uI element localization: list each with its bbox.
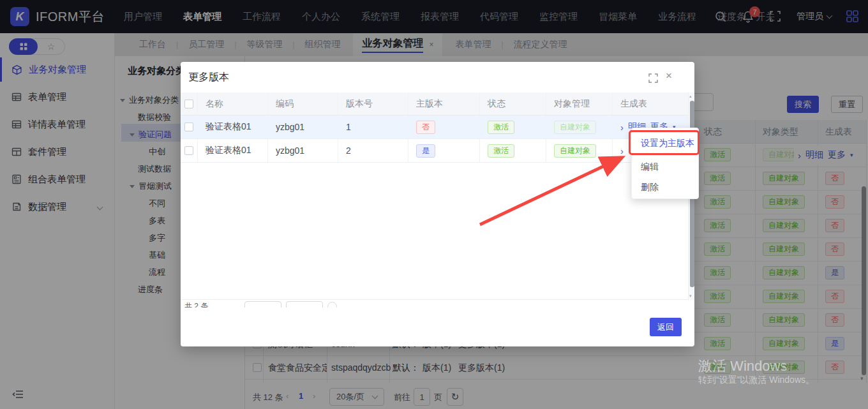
modal-pagination-total: 共 2 条	[184, 301, 208, 308]
code-cell: yzbg01	[268, 115, 338, 138]
modal-title: 更多版本	[188, 71, 229, 84]
modal-refresh-icon[interactable]	[327, 302, 337, 308]
col-header-object-mgmt: 对象管理	[546, 93, 613, 115]
more-versions-modal: 更多版本 × 名称 编码 版本号 主版本 状态 对象管理 生成表 验证表格01 …	[181, 62, 694, 346]
row-checkbox[interactable]	[184, 146, 193, 155]
app-root: K IFORM平台 用户管理 表单管理 工作流程 个人办公 系统管理 报表管理 …	[0, 0, 868, 409]
version-cell: 1	[338, 115, 408, 138]
col-header-code: 编码	[268, 93, 338, 115]
versions-table: 名称 编码 版本号 主版本 状态 对象管理 生成表 验证表格01 yzbg01 …	[181, 93, 688, 163]
return-button[interactable]: 返回	[650, 318, 682, 336]
object-mgmt-badge: 自建对象	[554, 144, 596, 158]
menu-item-delete[interactable]: 删除	[632, 178, 700, 197]
object-mgmt-badge: 自建对象	[554, 121, 596, 134]
name-cell: 验证表格01	[198, 115, 268, 138]
select-all-checkbox[interactable]	[184, 100, 193, 108]
versions-table-header: 名称 编码 版本号 主版本 状态 对象管理 生成表	[181, 93, 688, 115]
scroll-up-icon[interactable]: ▴	[689, 94, 692, 99]
windows-watermark-line2: 转到“设置”以激活 Windows。	[698, 375, 814, 386]
main-version-badge: 是	[416, 144, 435, 158]
main-version-badge: 否	[416, 121, 435, 134]
col-header-status: 状态	[480, 93, 546, 115]
more-actions-dropdown: 设置为主版本 编辑 删除	[631, 128, 699, 199]
col-header-main-version: 主版本	[408, 93, 480, 115]
status-badge: 激活	[488, 121, 514, 134]
expand-row-icon[interactable]: ›	[620, 122, 624, 133]
status-badge: 激活	[488, 144, 514, 158]
modal-pagination-clipped: 共 2 条	[181, 300, 688, 308]
col-header-version: 版本号	[338, 93, 408, 115]
windows-watermark-line1: 激活 Windows	[698, 357, 787, 376]
modal-page-size-select[interactable]	[244, 301, 281, 308]
scroll-down-icon[interactable]: ▾	[689, 294, 692, 299]
col-header-gen-table: 生成表	[613, 93, 688, 115]
col-header-name: 名称	[198, 93, 268, 115]
menu-item-set-main-version[interactable]: 设置为主版本	[632, 132, 700, 155]
modal-goto-input[interactable]	[286, 301, 323, 308]
row-checkbox[interactable]	[184, 123, 193, 131]
close-icon[interactable]: ×	[666, 70, 672, 82]
version-cell: 2	[338, 139, 408, 162]
name-cell: 验证表格01	[198, 139, 268, 162]
menu-item-edit[interactable]: 编辑	[632, 158, 700, 177]
version-row-2[interactable]: 验证表格01 yzbg01 2 是 激活 自建对象 ›	[181, 139, 688, 163]
expand-row-icon[interactable]: ›	[620, 145, 624, 156]
expand-icon[interactable]	[648, 73, 658, 86]
version-row-1[interactable]: 验证表格01 yzbg01 1 否 激活 自建对象 › 明细 更多 ▾	[181, 115, 688, 139]
code-cell: yzbg01	[268, 139, 338, 162]
